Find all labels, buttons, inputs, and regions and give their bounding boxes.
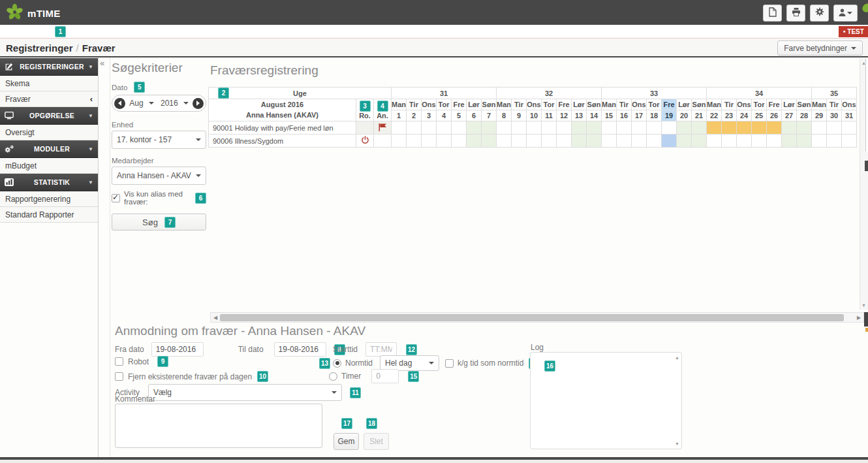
export-document-button[interactable]: [763, 5, 782, 22]
sidebar-item-frav-r[interactable]: Fravær‹: [0, 91, 98, 107]
day-cell-28[interactable]: [797, 121, 812, 135]
year-select[interactable]: 2016: [158, 99, 191, 108]
day-cell-24[interactable]: [737, 135, 752, 148]
sidebar-collapse-icon[interactable]: «: [100, 58, 104, 68]
scroll-down-icon[interactable]: ▼: [675, 441, 679, 446]
day-cell-8[interactable]: [497, 121, 512, 135]
day-cell-12[interactable]: [557, 135, 572, 148]
day-cell-1[interactable]: [392, 135, 407, 148]
day-cell-13[interactable]: [572, 121, 587, 135]
day-cell-28[interactable]: [797, 135, 812, 148]
user-menu-button[interactable]: [833, 5, 858, 22]
day-cell-5[interactable]: [452, 135, 467, 148]
day-cell-11[interactable]: [542, 121, 557, 135]
day-cell-25[interactable]: [752, 135, 767, 148]
settings-button[interactable]: [810, 5, 829, 22]
fra-dato-input[interactable]: [151, 342, 204, 357]
day-cell-15[interactable]: [602, 121, 617, 135]
day-cell-27[interactable]: [782, 121, 797, 135]
day-cell-3[interactable]: [422, 135, 437, 148]
an-cell[interactable]: [374, 135, 392, 148]
day-cell-2[interactable]: [407, 121, 422, 135]
day-cell-22[interactable]: [707, 121, 722, 135]
day-cell-29[interactable]: [812, 121, 827, 135]
day-cell-17[interactable]: [632, 135, 647, 148]
day-cell-15[interactable]: [602, 135, 617, 148]
search-button[interactable]: Søg 7: [112, 214, 206, 231]
day-cell-20[interactable]: [677, 135, 692, 148]
ro-cell[interactable]: [356, 121, 374, 135]
month-select[interactable]: Aug: [127, 99, 156, 108]
day-cell-10[interactable]: [527, 135, 542, 148]
alias-checkbox[interactable]: [112, 194, 120, 202]
prev-month-button[interactable]: [114, 98, 125, 109]
day-cell-27[interactable]: [782, 135, 797, 148]
day-cell-4[interactable]: [437, 121, 452, 135]
til-dato-input[interactable]: [274, 342, 326, 357]
day-cell-19[interactable]: [662, 135, 677, 148]
horizontal-scrollbar-thumb[interactable]: [220, 314, 844, 321]
day-cell-11[interactable]: [542, 135, 557, 148]
enhed-select[interactable]: 17. kontor - 157: [112, 131, 206, 149]
day-cell-7[interactable]: [482, 121, 497, 135]
sidebar-item-standard-rapporter[interactable]: Standard Rapporter: [0, 207, 98, 223]
day-cell-22[interactable]: [707, 135, 722, 148]
day-cell-10[interactable]: [527, 121, 542, 135]
scroll-up-icon[interactable]: ▲: [675, 355, 679, 360]
day-cell-26[interactable]: [767, 121, 782, 135]
save-button[interactable]: Gem: [333, 433, 359, 450]
next-month-button[interactable]: [193, 98, 204, 109]
day-cell-13[interactable]: [572, 135, 587, 148]
sidebar-section-statistik[interactable]: STATISTIK▼: [0, 174, 98, 191]
kommentar-textarea[interactable]: [115, 404, 322, 448]
day-cell-1[interactable]: [392, 121, 407, 135]
starttid-input[interactable]: [365, 342, 397, 357]
day-cell-31[interactable]: [842, 135, 857, 148]
fjern-checkbox[interactable]: [115, 372, 123, 381]
timer-radio[interactable]: [329, 372, 337, 381]
day-cell-29[interactable]: [812, 135, 827, 148]
robot-checkbox[interactable]: [115, 357, 123, 366]
day-cell-2[interactable]: [407, 135, 422, 148]
day-cell-24[interactable]: [737, 121, 752, 135]
day-cell-21[interactable]: [692, 135, 707, 148]
sidebar-item-skema[interactable]: Skema: [0, 76, 98, 91]
day-cell-19[interactable]: [662, 121, 677, 135]
breadcrumb-section[interactable]: Registreringer: [6, 42, 73, 54]
day-cell-16[interactable]: [617, 121, 632, 135]
day-cell-23[interactable]: [722, 135, 737, 148]
day-cell-9[interactable]: [512, 135, 527, 148]
day-cell-6[interactable]: [467, 121, 482, 135]
sidebar-item-rapportgenerering[interactable]: Rapportgenerering: [0, 191, 98, 207]
day-cell-5[interactable]: [452, 121, 467, 135]
medarbejder-select[interactable]: Anna Hansen - AKAV: [112, 167, 206, 185]
day-cell-17[interactable]: [632, 121, 647, 135]
sidebar-section-moduler[interactable]: MODULER▼: [0, 140, 98, 158]
day-cell-31[interactable]: [842, 121, 857, 135]
scroll-down-icon[interactable]: ▼: [861, 303, 866, 308]
day-cell-23[interactable]: [722, 121, 737, 135]
ro-cell[interactable]: [356, 135, 374, 148]
day-cell-30[interactable]: [827, 121, 842, 135]
sidebar-section-opg-relse[interactable]: OPGØRELSE▼: [0, 107, 98, 125]
day-cell-12[interactable]: [557, 121, 572, 135]
delete-button[interactable]: Slet: [364, 433, 389, 450]
day-cell-25[interactable]: [752, 121, 767, 135]
sidebar-item-oversigt[interactable]: Oversigt: [0, 125, 98, 140]
day-cell-18[interactable]: [647, 135, 662, 148]
day-cell-21[interactable]: [692, 121, 707, 135]
day-cell-7[interactable]: [482, 135, 497, 148]
day-cell-16[interactable]: [617, 135, 632, 148]
day-cell-26[interactable]: [767, 135, 782, 148]
scroll-left-icon[interactable]: ◀: [211, 315, 220, 321]
scroll-right-icon[interactable]: ▶: [854, 315, 863, 321]
activity-select[interactable]: Vælg: [148, 384, 342, 401]
sidebar-section-registreringer[interactable]: REGISTRERINGER▼: [0, 58, 98, 76]
day-cell-20[interactable]: [677, 121, 692, 135]
an-cell[interactable]: [374, 121, 392, 135]
day-cell-14[interactable]: [587, 135, 602, 148]
color-legend-button[interactable]: Farve betydninger: [777, 40, 863, 56]
timer-input[interactable]: [371, 369, 399, 383]
normtid-radio[interactable]: [333, 359, 341, 368]
day-cell-30[interactable]: [827, 135, 842, 148]
